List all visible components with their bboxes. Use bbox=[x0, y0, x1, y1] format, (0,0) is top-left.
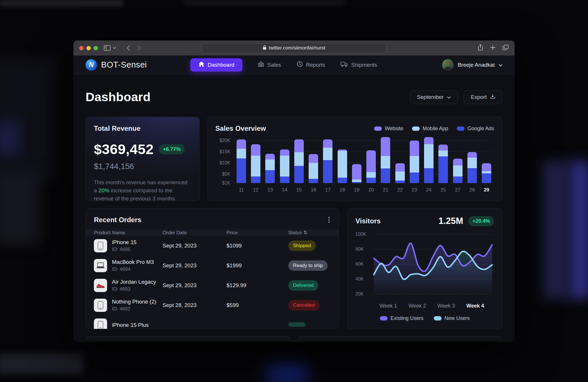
backdrop-blur bbox=[543, 161, 568, 299]
month-dropdown[interactable]: September bbox=[410, 90, 458, 104]
bar-column[interactable]: 18 bbox=[338, 149, 347, 183]
bar-column[interactable]: 12 bbox=[251, 144, 260, 183]
bar-column[interactable]: 13 bbox=[265, 154, 275, 183]
laptop-icon bbox=[94, 259, 107, 272]
bar-segment-mobile-app bbox=[280, 156, 289, 177]
bar-x-label: 22 bbox=[397, 187, 403, 193]
axis-tick-label: 20K bbox=[355, 291, 369, 297]
backdrop-blur bbox=[184, 0, 345, 5]
nav-label: Sales bbox=[267, 62, 281, 68]
bar-segment-website bbox=[237, 139, 246, 149]
table-row[interactable]: MacBook Pro M3ID: 4694Sept 29, 2023$1999… bbox=[86, 256, 339, 275]
brand-logo-icon: N bbox=[86, 59, 97, 71]
revenue-value: $369,452 bbox=[94, 141, 154, 157]
column-product-name: Product Name bbox=[94, 230, 163, 236]
gridline bbox=[372, 264, 494, 264]
order-price: $1999 bbox=[227, 262, 288, 269]
phone-icon bbox=[94, 239, 107, 252]
bar-segment-mobile-app bbox=[482, 171, 491, 174]
order-date: Sept 29, 2023 bbox=[163, 262, 227, 269]
month-dropdown-label: September bbox=[417, 94, 444, 100]
sidebar-toggle-icon[interactable] bbox=[104, 45, 111, 51]
bar-x-label: 29 bbox=[484, 187, 489, 193]
back-icon[interactable] bbox=[127, 45, 130, 51]
status-badge: Delivered bbox=[288, 280, 319, 291]
tabs-icon[interactable] bbox=[502, 45, 509, 51]
bar-column[interactable]: 19 bbox=[352, 164, 361, 183]
bar-stack bbox=[366, 150, 376, 183]
export-button[interactable]: Export bbox=[464, 90, 502, 104]
chevron-down-icon[interactable] bbox=[113, 47, 116, 49]
forward-icon[interactable] bbox=[138, 45, 141, 51]
bar-column[interactable]: 22 bbox=[395, 163, 405, 183]
table-row[interactable]: Nothing Phone (2)ID: 4692Sept 28, 2023$5… bbox=[86, 295, 339, 315]
nav-item-shipments[interactable]: Shipments bbox=[341, 61, 377, 69]
visitors-line-chart: 100K80K60K40K20K bbox=[355, 231, 494, 298]
brand[interactable]: N BOT-Sensei bbox=[86, 59, 147, 71]
user-menu[interactable]: Breeje Anadkat bbox=[442, 59, 502, 71]
table-row[interactable]: iPhone 15ID: 4695Sept 29, 2023$1099Shipp… bbox=[86, 236, 339, 256]
product-text: Nothing Phone (2)ID: 4692 bbox=[112, 299, 156, 312]
product-name: iPhone 15 bbox=[112, 239, 137, 245]
toolbar-divider bbox=[119, 44, 119, 52]
nav-item-sales[interactable]: Sales bbox=[258, 61, 281, 69]
bar-column[interactable]: 23 bbox=[410, 141, 419, 183]
sales-overview-title: Sales Overview bbox=[215, 124, 266, 133]
bar-segment-mobile-app bbox=[381, 156, 390, 168]
bar-column[interactable]: 20 bbox=[366, 150, 376, 183]
bar-column[interactable]: 29 bbox=[482, 163, 491, 183]
product-cell: MacBook Pro M3ID: 4694 bbox=[94, 259, 163, 272]
bar-column[interactable]: 28 bbox=[467, 152, 477, 183]
product-name: Nothing Phone (2) bbox=[112, 299, 156, 305]
bar-column[interactable]: 11 bbox=[237, 139, 246, 183]
bar-segment-google-ads bbox=[323, 160, 332, 183]
legend-item: New Users bbox=[434, 315, 470, 321]
minimize-window-button[interactable] bbox=[86, 46, 91, 50]
phone-icon bbox=[94, 299, 107, 312]
column-order-date: Order Date bbox=[163, 230, 227, 236]
bar-stack bbox=[251, 144, 260, 183]
bar-segment-website bbox=[453, 159, 463, 166]
bar-segment-mobile-app bbox=[410, 156, 419, 172]
nav-item-dashboard[interactable]: Dashboard bbox=[190, 58, 242, 72]
bar-stack bbox=[467, 152, 477, 183]
bar-column[interactable]: 25 bbox=[438, 145, 448, 183]
new-tab-icon[interactable] bbox=[490, 45, 496, 51]
share-icon[interactable] bbox=[478, 44, 483, 52]
table-row[interactable]: Air Jordan LegacyID: 4693Sept 29, 2023$1… bbox=[86, 275, 339, 295]
phone-icon bbox=[94, 318, 107, 329]
address-bar[interactable]: twitter.com/siimonfairhurst bbox=[202, 43, 386, 53]
page-title: Dashboard bbox=[86, 90, 150, 104]
bar-column[interactable]: 17 bbox=[323, 139, 332, 183]
product-id: ID: 4694 bbox=[112, 266, 154, 272]
bar-column[interactable]: 16 bbox=[309, 154, 318, 183]
close-window-button[interactable] bbox=[79, 46, 84, 50]
bar-column[interactable]: 21 bbox=[381, 137, 390, 183]
zoom-window-button[interactable] bbox=[94, 46, 98, 50]
bar-column[interactable]: 27 bbox=[453, 159, 463, 183]
nav-item-reports[interactable]: Reports bbox=[297, 61, 325, 69]
bar-segment-google-ads bbox=[251, 176, 260, 183]
backdrop-blur bbox=[0, 354, 83, 374]
bar-x-label: 18 bbox=[340, 187, 345, 193]
column-status[interactable]: Status ⇅ bbox=[288, 230, 331, 236]
bar-segment-google-ads bbox=[467, 168, 477, 183]
bar-x-label: 15 bbox=[296, 187, 302, 193]
more-options-icon[interactable] bbox=[327, 216, 331, 224]
order-date: Sept 28, 2023 bbox=[163, 302, 227, 308]
column-price: Price bbox=[227, 230, 288, 236]
dashboard-app: N BOT-Sensei Dashboard Sales bbox=[74, 55, 514, 342]
bar-segment-website bbox=[410, 141, 419, 156]
sales-bar-chart: $1K$5K$10K$15K$20K1112131415161718192021… bbox=[215, 139, 494, 193]
status-badge: Cancelled bbox=[288, 300, 320, 310]
order-date: Sept 29, 2023 bbox=[163, 282, 227, 289]
order-status: Shipped bbox=[288, 241, 331, 251]
bar-column[interactable]: 15 bbox=[294, 139, 304, 183]
order-price: $129.99 bbox=[227, 282, 288, 289]
visitors-card: Visitors 1.25M +20.4% bbox=[347, 208, 502, 329]
axis-tick-label: $10K bbox=[215, 160, 230, 166]
browser-window: twitter.com/siimonfairhurst N BOT-Sen bbox=[74, 41, 514, 342]
bar-column[interactable]: 14 bbox=[280, 149, 289, 183]
table-row[interactable]: iPhone 15 Plus bbox=[86, 315, 339, 329]
bar-column[interactable]: 24 bbox=[424, 137, 434, 183]
